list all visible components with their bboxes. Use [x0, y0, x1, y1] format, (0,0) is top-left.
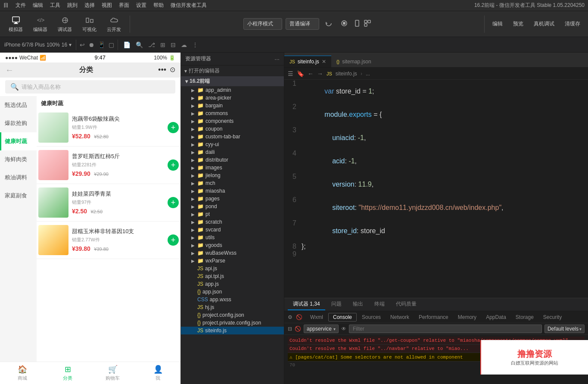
search-input-wrap[interactable]: 🔍 请输入商品名称: [5, 80, 175, 94]
tree-folder-wubase[interactable]: ▶ 📁 wuBaseWxss: [181, 249, 284, 257]
save-label[interactable]: 清缓存: [562, 19, 583, 29]
tree-folder-images[interactable]: ▶ 📁 images: [181, 164, 284, 172]
product-item-3[interactable]: 娃娃菜四季青菜 销量97件 ¥2.50 ¥2.50 +: [37, 184, 180, 222]
sidebar-icon[interactable]: ⊟: [169, 41, 177, 49]
tree-folder-utils[interactable]: ▶ 📁 utils: [181, 234, 284, 241]
tab-output[interactable]: 输出: [348, 299, 368, 310]
menu-lines-icon[interactable]: ☰: [288, 70, 293, 77]
phone-icon[interactable]: [354, 20, 361, 28]
nav-item-shop[interactable]: 🏠 商城: [0, 364, 45, 382]
debugger-button[interactable]: 调试器: [54, 13, 75, 34]
eye-icon[interactable]: 👁: [341, 326, 346, 332]
branch-icon[interactable]: ⎇: [146, 41, 157, 49]
menu-item-file[interactable]: 文件: [16, 2, 26, 9]
menu-item-logo[interactable]: 目: [3, 2, 9, 9]
cut-icon[interactable]: [364, 20, 371, 28]
menu-item-view[interactable]: 视图: [102, 2, 112, 9]
cloud-small-icon[interactable]: ☁: [179, 41, 189, 49]
scan-icon[interactable]: ⊙: [170, 66, 175, 75]
menu-item-devtools[interactable]: 微信开发者工具: [171, 2, 207, 9]
chevron-down-icon[interactable]: ▾: [69, 42, 72, 48]
tree-folder-daili[interactable]: ▶ 📁 daili: [181, 148, 284, 156]
tree-file-app-wxss[interactable]: CSS app.wxss: [181, 296, 284, 303]
grid-icon[interactable]: ⊞: [159, 41, 167, 49]
section-open-header[interactable]: ▾ 打开的编辑器: [181, 66, 284, 76]
tree-folder-wxparse[interactable]: ▶ 📁 wxParse: [181, 257, 284, 265]
product-item-2[interactable]: 普罗旺斯西红柿5斤 销量2281件 ¥29.90 ¥29.90 +: [37, 147, 180, 184]
levels-selector-wrap[interactable]: Default levels ▾: [544, 325, 585, 333]
levels-dropdown-icon[interactable]: ▾: [579, 327, 582, 331]
simulator-button[interactable]: 模拟器: [5, 13, 26, 34]
console-tab-console[interactable]: Console: [328, 313, 357, 322]
tree-folder-commons[interactable]: ▶ 📁 commons: [181, 109, 284, 117]
add-to-cart-3[interactable]: +: [168, 197, 179, 208]
bookmark-icon[interactable]: 🔖: [297, 70, 304, 77]
console-tab-memory[interactable]: Memory: [454, 313, 481, 321]
cat-tab-jiating[interactable]: 家庭副食: [0, 187, 37, 205]
cat-tab-jiankang[interactable]: 健康时蔬: [0, 132, 37, 150]
tree-folder-scratch[interactable]: ▶ 📁 scratch: [181, 218, 284, 226]
tree-folder-jielong[interactable]: ▶ 📁 jielong: [181, 172, 284, 179]
tab-debugger[interactable]: 调试器 1,34: [288, 299, 325, 310]
tree-folder-mch[interactable]: ▶ 📁 mch: [181, 179, 284, 187]
tab-sitemap[interactable]: {} sitemap.json: [331, 56, 376, 67]
menu-item-select[interactable]: 选择: [84, 2, 95, 9]
add-to-cart-2[interactable]: +: [168, 159, 179, 171]
console-settings-icon[interactable]: ⚙: [288, 314, 292, 320]
menu-item-interface[interactable]: 界面: [119, 2, 129, 9]
add-to-cart-4[interactable]: +: [168, 234, 179, 246]
nav-item-me[interactable]: 👤 我: [135, 364, 180, 382]
console-tab-storage[interactable]: Storage: [511, 313, 538, 321]
real-test-label[interactable]: 真机调试: [531, 19, 557, 29]
file-tree-actions[interactable]: ···: [274, 56, 280, 62]
tree-file-project-config[interactable]: {} project.config.json: [181, 311, 284, 319]
tab-code-quality[interactable]: 代码质量: [391, 299, 422, 310]
cat-tab-zhenjian[interactable]: 甄选优品: [0, 96, 37, 114]
service-dropdown-icon[interactable]: ▾: [333, 327, 336, 331]
forward-nav-icon[interactable]: →: [317, 70, 323, 77]
tree-folder-pond[interactable]: ▶ 📁 pond: [181, 203, 284, 210]
visualizer-button[interactable]: 可视化: [79, 13, 100, 34]
tab-terminal[interactable]: 终端: [369, 299, 390, 310]
console-tab-performance[interactable]: Performance: [414, 313, 453, 321]
menu-item-tools[interactable]: 工具: [50, 2, 60, 9]
console-toggle-icon[interactable]: ⊟: [288, 326, 292, 332]
console-tab-appdata[interactable]: AppData: [482, 313, 510, 321]
console-tab-security[interactable]: Security: [539, 313, 566, 321]
tree-file-app-json[interactable]: {} app.json: [181, 288, 284, 296]
cat-tab-liangyo[interactable]: 粮油调料: [0, 169, 37, 187]
clear-console-icon[interactable]: 🚫: [295, 326, 301, 332]
section-project-header[interactable]: ▾ 16.2前端: [181, 76, 284, 86]
editor-button[interactable]: </> 编辑器: [30, 13, 51, 34]
more-icon[interactable]: ⋮: [190, 41, 200, 49]
compile-mode-selector[interactable]: 普通编译: [286, 18, 319, 30]
cat-tab-haixian[interactable]: 海鲜肉类: [0, 150, 37, 169]
cloud-button[interactable]: 云开发: [103, 13, 124, 34]
product-item-1[interactable]: 泡藕带6袋酸辣藕尖 销量1.9W件 ¥52.80 ¥52.80 +: [37, 109, 180, 147]
service-selector-wrap[interactable]: appservice ▾: [304, 325, 339, 333]
tree-file-hj[interactable]: JS hj.js: [181, 303, 284, 311]
tree-folder-coupon[interactable]: ▶ 📁 coupon: [181, 125, 284, 133]
console-tab-sources[interactable]: Sources: [358, 313, 385, 321]
filter-input[interactable]: [349, 325, 542, 333]
nav-item-category[interactable]: ⊞ 分类: [45, 364, 90, 382]
tree-folder-vgoods[interactable]: ▶ 📁 vgoods: [181, 241, 284, 249]
tree-folder-cyy-ui[interactable]: ▶ 📁 cyy-ui: [181, 140, 284, 148]
menu-item-settings[interactable]: 设置: [136, 2, 146, 9]
tree-file-project-private[interactable]: {} project.private.config.json: [181, 319, 284, 327]
menu-item-help[interactable]: 帮助: [153, 2, 164, 9]
stop-button[interactable]: [338, 18, 350, 30]
tree-folder-distributor[interactable]: ▶ 📁 distributor: [181, 156, 284, 164]
tree-file-api[interactable]: JS api.js: [181, 265, 284, 272]
refresh-button[interactable]: [323, 18, 335, 30]
tree-file-siteinfo[interactable]: JS siteinfo.js: [181, 327, 284, 334]
record-button[interactable]: ⏺: [88, 41, 94, 48]
nav-item-cart[interactable]: 🛒 购物车: [90, 364, 136, 382]
console-filter-icon[interactable]: 🚫: [296, 314, 302, 320]
tab-close-siteinfo[interactable]: ✕: [322, 59, 326, 65]
tree-file-app[interactable]: JS app.js: [181, 280, 284, 288]
tab-issues[interactable]: 问题: [326, 299, 347, 310]
console-tab-network[interactable]: Network: [386, 313, 414, 321]
cat-tab-baokuan[interactable]: 爆款抢购: [0, 114, 37, 132]
back-arrow-icon[interactable]: ←: [5, 65, 14, 75]
